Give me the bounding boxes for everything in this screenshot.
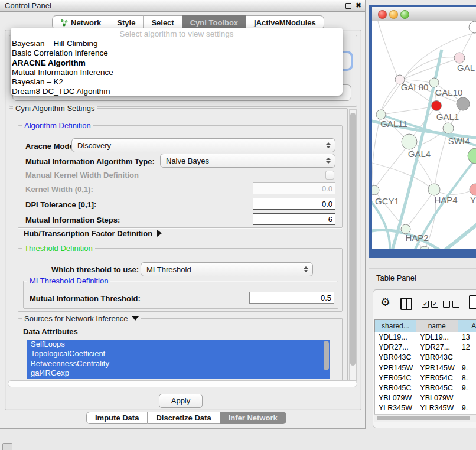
column-header-shared[interactable]: shared... <box>374 319 416 332</box>
table-panel: ⚙ ✓✓ shared...nameA YDL19...YDL19...13YD… <box>373 289 476 428</box>
table-cell: 9. <box>458 363 476 373</box>
algorithm-definition-group: Algorithm Definition Aracne Mode: Discov… <box>18 125 343 228</box>
close-icon[interactable]: ✖ <box>356 1 361 11</box>
network-node-gal1[interactable] <box>432 101 442 111</box>
network-node-swi4[interactable] <box>443 123 454 133</box>
dpi-tolerance-field[interactable] <box>253 198 335 210</box>
attribute-item-gal4rgexp[interactable]: gal4RGexp <box>27 369 330 378</box>
algorithm-option-basic-correlation-inference[interactable]: Basic Correlation Inference <box>11 48 343 58</box>
minimize-traffic-light-icon[interactable] <box>389 10 398 19</box>
which-threshold-dropdown[interactable]: MI Threshold <box>141 262 313 276</box>
tab-label: jActiveMNodules <box>254 18 316 27</box>
scrollbar-thumb[interactable] <box>377 416 470 420</box>
kernel-width-label: Kernel Width (0,1): <box>25 185 93 194</box>
node-label-gcy1: GCY1 <box>375 196 399 206</box>
mi-steps-label: Mutual Information Steps: <box>25 216 120 224</box>
network-node[interactable] <box>457 97 470 110</box>
mi-steps-field[interactable] <box>253 213 335 225</box>
aracne-mode-dropdown[interactable]: Discovery <box>71 138 335 152</box>
node-label-y: Y <box>470 195 476 205</box>
gear-icon[interactable]: ⚙ <box>380 296 390 309</box>
which-threshold-value: MI Threshold <box>141 265 301 274</box>
tab-cyni-toolbox[interactable]: Cyni Toolbox <box>182 15 246 30</box>
tab-style[interactable]: Style <box>109 15 144 30</box>
control-panel-title: Control Panel <box>5 0 51 11</box>
network-node[interactable] <box>468 148 476 164</box>
attribute-item-selfloops[interactable]: SelfLoops <box>27 340 330 349</box>
network-canvas[interactable]: GALGAL80GAL10GAL1GAL11SWI4GAL4HAP4YGCY1H… <box>372 21 476 249</box>
algorithm-option-bayesian-hill-climbing[interactable]: Bayesian – Hill Climbing <box>11 39 343 48</box>
network-node-gcy1[interactable] <box>372 185 379 195</box>
network-node[interactable] <box>469 21 476 33</box>
settings-vertical-scrollbar[interactable] <box>349 109 357 381</box>
aracne-mode-label: Aracne Mode: <box>25 142 76 151</box>
mi-threshold-field[interactable] <box>249 292 334 304</box>
network-node-gal[interactable] <box>454 53 465 63</box>
node-label-hap2: HAP2 <box>405 233 428 243</box>
column-header-a[interactable]: A <box>458 319 476 332</box>
network-node-gal4[interactable] <box>402 134 417 149</box>
network-node-hap4[interactable] <box>428 184 440 195</box>
settings-horizontal-scrollbar[interactable] <box>8 380 357 387</box>
table-row[interactable]: YPR145WYPR145W9. <box>375 363 476 373</box>
table-cell: YBR043C <box>416 353 458 363</box>
float-window-icon[interactable] <box>345 3 351 9</box>
tab-select[interactable]: Select <box>144 15 182 30</box>
bottom-tab-infer-network[interactable]: Infer Network <box>220 412 286 424</box>
table-cell: 13 <box>458 332 476 343</box>
table-cell: 9. <box>458 403 476 413</box>
table-cell: YER054C <box>416 373 458 383</box>
close-traffic-light-icon[interactable] <box>378 10 387 19</box>
table-row[interactable]: YER054CYER054C8. <box>375 373 476 383</box>
algorithm-option-dream8-dc-tdc-algorithm[interactable]: Dream8 DC_TDC Algorithm <box>11 87 343 96</box>
control-panel-titlebar: Control Panel ✖ <box>0 0 365 12</box>
table-cell: 8. <box>458 373 476 383</box>
node-label-gal80: GAL80 <box>401 82 429 92</box>
algorithm-option-mutual-information-inference[interactable]: Mutual Information Inference <box>11 68 343 77</box>
table-cell: YDL19... <box>416 332 458 343</box>
tab-network[interactable]: Network <box>52 15 109 30</box>
panel-divider <box>369 268 476 269</box>
node-label-gal11: GAL11 <box>380 119 407 129</box>
mi-algorithm-type-dropdown[interactable]: Naive Bayes <box>160 154 335 168</box>
table-body: YDL19...YDL19...13YDR27...YDR27...12YBR0… <box>374 332 476 414</box>
kernel-width-field[interactable] <box>253 182 335 194</box>
apply-button[interactable]: Apply <box>159 394 203 408</box>
data-attributes-list[interactable]: SelfLoopsTopologicalCoefficientBetweenne… <box>27 340 330 379</box>
dpi-tolerance-label: DPI Tolerance [0,1]: <box>25 200 96 209</box>
column-header-name[interactable]: name <box>416 319 458 332</box>
sources-group-title[interactable]: Sources for Network Inference <box>22 314 141 323</box>
table-row[interactable]: YLR345WYLR345W9. <box>375 403 476 413</box>
table-row[interactable]: YDL19...YDL19...13 <box>375 332 476 343</box>
columns-icon[interactable] <box>400 298 412 310</box>
tab-jactivemnodules[interactable]: jActiveMNodules <box>246 15 324 30</box>
table-row[interactable]: YBR045CYBR045C9. <box>375 383 476 393</box>
deselect-all-checkboxes-icon[interactable] <box>443 301 459 308</box>
algorithm-option-bayesian-k2[interactable]: Bayesian – K2 <box>11 77 343 87</box>
document-icon[interactable] <box>469 295 476 309</box>
network-node-gal10[interactable] <box>429 78 439 87</box>
manual-kernel-width-checkbox[interactable] <box>325 171 334 180</box>
network-window-titlebar[interactable] <box>372 7 476 22</box>
network-node-y[interactable] <box>470 184 476 195</box>
list-scrollbar-thumb[interactable] <box>324 341 329 370</box>
scrollbar-thumb[interactable] <box>350 113 356 366</box>
bottom-tab-impute-data[interactable]: Impute Data <box>86 412 148 424</box>
table-horizontal-scrollbar[interactable] <box>374 414 476 422</box>
mi-threshold-definition-group: MI Threshold Definition Mutual Informati… <box>23 281 338 309</box>
table-panel-title: Table Panel <box>376 273 416 282</box>
zoom-traffic-light-icon[interactable] <box>400 10 409 19</box>
hub-tf-definition-toggle[interactable]: Hub/Transcription Factor Definition <box>24 228 162 239</box>
bottom-tab-discretize-data[interactable]: Discretize Data <box>148 412 220 424</box>
algorithm-option-aracne-algorithm[interactable]: ARACNE Algorithm <box>11 58 343 68</box>
attribute-item-topologicalcoefficient[interactable]: TopologicalCoefficient <box>27 349 330 358</box>
table-cell: YBR045C <box>375 383 416 393</box>
select-all-checkboxes-icon[interactable]: ✓✓ <box>422 301 438 308</box>
network-node-gal11[interactable] <box>376 110 386 119</box>
stepper-arrows-icon <box>301 266 310 272</box>
table-row[interactable]: YBR043CYBR043C <box>375 353 476 363</box>
attribute-item-betweennesscentrality[interactable]: BetweennessCentrality <box>27 359 330 369</box>
table-row[interactable]: YDR27...YDR27...12 <box>375 343 476 353</box>
table-row[interactable]: YBL079WYBL079W <box>375 393 476 403</box>
clipped-corner-widget <box>2 443 12 450</box>
